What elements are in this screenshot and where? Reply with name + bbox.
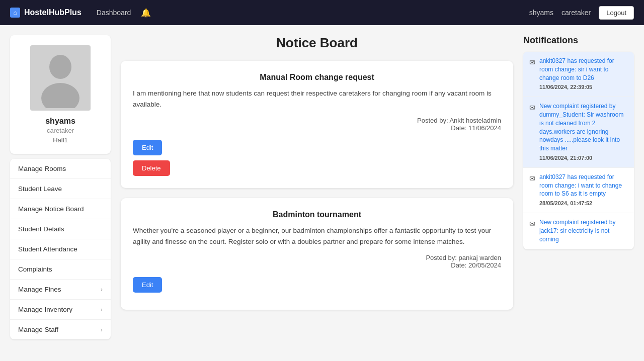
- profile-name: shyams: [20, 117, 101, 126]
- chevron-right-icon: ›: [101, 306, 103, 313]
- profile-role: caretaker: [20, 127, 101, 134]
- notification-item-2[interactable]: ✉ New complaint registered by dummy_Stud…: [523, 97, 634, 168]
- mail-icon-4: ✉: [529, 219, 535, 244]
- edit-button-1[interactable]: Edit: [133, 140, 162, 155]
- notice-title-2: Badminton tournament: [133, 210, 501, 219]
- sidebar-item-label: Manage Notice Board: [18, 205, 84, 213]
- notif-date-3: 28/05/2024, 01:47:52: [539, 200, 592, 206]
- main-content: Notice Board Manual Room change request …: [121, 35, 513, 339]
- sidebar-item-student-attendance[interactable]: Student Attendance: [10, 239, 111, 259]
- sidebar-menu: Manage Rooms Student Leave Manage Notice…: [10, 159, 111, 339]
- notifications-panel: Notifications ✉ ankit0327 has requested …: [523, 35, 634, 339]
- sidebar-item-label: Student Leave: [18, 185, 62, 193]
- svg-point-0: [49, 55, 71, 79]
- sidebar-item-student-leave[interactable]: Student Leave: [10, 179, 111, 199]
- bell-icon[interactable]: 🔔: [141, 8, 151, 18]
- notif-link-4[interactable]: New complaint registered by jack17: sir …: [539, 218, 628, 243]
- logout-button[interactable]: Logout: [599, 6, 634, 20]
- sidebar-item-complaints[interactable]: Complaints: [10, 259, 111, 280]
- svg-point-1: [41, 83, 79, 108]
- notification-item-3[interactable]: ✉ ankit0327 has requested for room chang…: [523, 168, 634, 213]
- sidebar-item-manage-fines[interactable]: Manage Fines ›: [10, 280, 111, 300]
- notice-body-1: I am mentioning here that now students c…: [133, 88, 501, 110]
- brand-name: HostelHubPlus: [24, 8, 82, 17]
- page-content: shyams caretaker Hall1 Manage Rooms Stud…: [0, 25, 644, 349]
- mail-icon: ✉: [529, 58, 535, 92]
- notice-body-2: Whether you're a seasoned player or a be…: [133, 225, 501, 247]
- notif-link-2[interactable]: New complaint registered by dummy_Studen…: [539, 102, 628, 153]
- navbar-role: caretaker: [561, 9, 591, 17]
- sidebar-item-label: Manage Fines: [18, 286, 61, 293]
- notice-title-1: Manual Room change request: [133, 73, 501, 82]
- notice-board-title: Notice Board: [121, 35, 513, 51]
- profile-hall: Hall1: [20, 136, 101, 144]
- chevron-right-icon: ›: [101, 326, 103, 333]
- notif-date-2: 11/06/2024, 21:07:00: [539, 155, 592, 161]
- mail-icon-3: ✉: [529, 174, 535, 208]
- sidebar-item-student-details[interactable]: Student Details: [10, 219, 111, 239]
- delete-button-1[interactable]: Delete: [133, 160, 170, 176]
- notice-card-1: Manual Room change request I am mentioni…: [121, 61, 513, 188]
- brand-icon: ⌂: [10, 8, 20, 18]
- notif-link-3[interactable]: ankit0327 has requested for room change:…: [539, 173, 628, 198]
- sidebar-item-manage-staff[interactable]: Manage Staff ›: [10, 320, 111, 339]
- mail-icon-2: ✉: [529, 103, 535, 162]
- navbar-username: shyams: [529, 9, 553, 17]
- sidebar-item-manage-notice-board[interactable]: Manage Notice Board: [10, 199, 111, 219]
- notice-card-2: Badminton tournament Whether you're a se…: [121, 198, 513, 310]
- avatar: [30, 45, 91, 111]
- notice-meta-1: Posted by: Ankit hosteladminDate: 11/06/…: [133, 117, 501, 132]
- brand[interactable]: ⌂ HostelHubPlus: [10, 8, 82, 18]
- notification-item-4[interactable]: ✉ New complaint registered by jack17: si…: [523, 213, 634, 249]
- notif-date-1: 11/06/2024, 22:39:05: [539, 84, 592, 90]
- sidebar-item-manage-inventory[interactable]: Manage Inventory ›: [10, 300, 111, 320]
- sidebar-item-label: Student Details: [18, 225, 64, 233]
- sidebar-item-label: Manage Inventory: [18, 306, 72, 313]
- sidebar-item-manage-rooms[interactable]: Manage Rooms: [10, 159, 111, 179]
- sidebar-item-label: Manage Rooms: [18, 165, 66, 172]
- notification-item-1[interactable]: ✉ ankit0327 has requested for room chang…: [523, 52, 634, 97]
- sidebar-item-label: Manage Staff: [18, 326, 58, 333]
- profile-card: shyams caretaker Hall1: [10, 35, 111, 154]
- navbar-right: shyams caretaker Logout: [529, 6, 634, 20]
- chevron-right-icon: ›: [101, 286, 103, 293]
- dashboard-link[interactable]: Dashboard: [97, 9, 131, 17]
- sidebar: shyams caretaker Hall1 Manage Rooms Stud…: [10, 35, 111, 339]
- edit-button-2[interactable]: Edit: [133, 277, 162, 293]
- notice-meta-2: Posted by: pankaj wardenDate: 20/05/2024: [133, 254, 501, 269]
- sidebar-item-label: Student Attendance: [18, 245, 77, 253]
- avatar-silhouette: [30, 45, 91, 111]
- navbar: ⌂ HostelHubPlus Dashboard 🔔 shyams caret…: [0, 0, 644, 25]
- sidebar-item-label: Complaints: [18, 265, 52, 273]
- notif-link-1[interactable]: ankit0327 has requested for room change:…: [539, 57, 628, 82]
- notifications-title: Notifications: [523, 35, 634, 46]
- notifications-list: ✉ ankit0327 has requested for room chang…: [523, 52, 634, 249]
